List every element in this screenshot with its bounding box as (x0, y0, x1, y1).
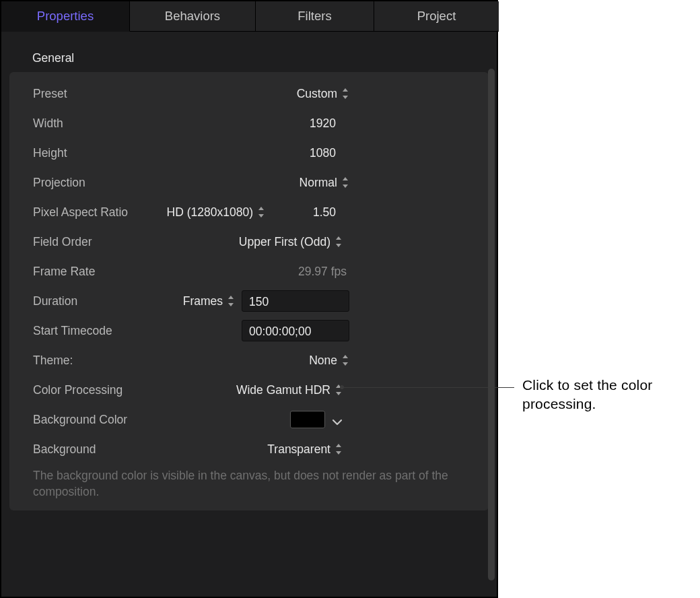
row-width: Width 1920 (16, 108, 482, 138)
group-body: Preset Custom Width 1920 (9, 72, 489, 510)
row-duration: Duration Frames 150 (16, 286, 482, 316)
up-down-arrows-icon (335, 236, 343, 248)
row-start-timecode: Start Timecode 00:00:00;00 (16, 316, 482, 345)
tab-project[interactable]: Project (374, 1, 499, 32)
row-height: Height 1080 (16, 138, 482, 168)
label-background: Background (33, 442, 154, 457)
label-par: Pixel Aspect Ratio (33, 205, 154, 220)
label-duration: Duration (33, 294, 154, 308)
tab-label: Properties (37, 9, 94, 24)
label-height: Height (33, 146, 154, 160)
label-frame-rate: Frame Rate (33, 265, 154, 279)
duration-input[interactable]: 150 (242, 290, 349, 312)
row-field-order: Field Order Upper First (Odd) (16, 227, 482, 257)
preset-popup[interactable]: Custom (297, 87, 349, 101)
tab-label: Filters (298, 9, 331, 24)
par-value: HD (1280x1080) (167, 205, 253, 220)
up-down-arrows-icon (341, 88, 349, 100)
row-projection: Projection Normal (16, 168, 482, 197)
field-order-popup[interactable]: Upper First (Odd) (239, 235, 343, 249)
background-hint: The background color is visible in the c… (16, 464, 477, 500)
background-popup[interactable]: Transparent (267, 442, 343, 457)
theme-value: None (309, 354, 337, 368)
up-down-arrows-icon (227, 295, 235, 307)
callout-line (342, 387, 514, 388)
row-color-processing: Color Processing Wide Gamut HDR (16, 375, 482, 405)
duration-unit: Frames (183, 294, 223, 308)
preset-value: Custom (297, 87, 337, 101)
color-processing-popup[interactable]: Wide Gamut HDR (236, 383, 343, 397)
projection-popup[interactable]: Normal (300, 176, 349, 190)
background-value: Transparent (267, 442, 330, 457)
general-group: General Preset Custom Width (9, 44, 489, 510)
tab-behaviors[interactable]: Behaviors (130, 1, 256, 32)
callout-text: Click to set the color processing. (522, 376, 684, 413)
label-bg-color: Background Color (33, 413, 154, 427)
par-numeric[interactable]: 1.50 (313, 205, 336, 220)
group-title: General (9, 44, 489, 72)
label-preset: Preset (33, 87, 154, 101)
label-start-timecode: Start Timecode (33, 324, 154, 338)
up-down-arrows-icon (341, 176, 349, 189)
field-order-value: Upper First (Odd) (239, 235, 330, 249)
duration-unit-popup[interactable]: Frames (183, 294, 235, 308)
inspector-tabs: Properties Behaviors Filters Project (1, 1, 497, 32)
projection-value: Normal (300, 176, 337, 190)
row-frame-rate: Frame Rate 29.97 fps (16, 257, 482, 286)
bg-color-well[interactable] (290, 411, 343, 428)
row-theme: Theme: None (16, 345, 482, 375)
label-theme: Theme: (33, 354, 154, 368)
start-timecode-input[interactable]: 00:00:00;00 (242, 320, 349, 341)
row-preset: Preset Custom (16, 79, 482, 108)
tab-label: Project (417, 9, 456, 24)
label-width: Width (33, 117, 154, 131)
tab-label: Behaviors (165, 9, 220, 24)
row-pixel-aspect-ratio: Pixel Aspect Ratio HD (1280x1080) 1.50 (16, 197, 482, 227)
height-value[interactable]: 1080 (310, 146, 336, 160)
scrollbar-thumb[interactable] (488, 69, 495, 580)
label-color-processing: Color Processing (33, 383, 154, 397)
color-swatch[interactable] (290, 411, 325, 428)
width-value[interactable]: 1920 (310, 117, 336, 131)
par-popup[interactable]: HD (1280x1080) (167, 205, 265, 220)
inspector-panel: Properties Behaviors Filters Project Gen… (0, 0, 498, 598)
frame-rate-value: 29.97 fps (298, 265, 347, 279)
tab-properties[interactable]: Properties (1, 1, 130, 32)
up-down-arrows-icon (335, 443, 343, 455)
tab-filters[interactable]: Filters (256, 1, 374, 32)
row-background: Background Transparent (16, 434, 482, 464)
row-background-color: Background Color (16, 405, 482, 434)
label-projection: Projection (33, 176, 154, 190)
label-field-order: Field Order (33, 235, 154, 249)
up-down-arrows-icon (341, 354, 349, 366)
up-down-arrows-icon (257, 206, 265, 218)
chevron-down-icon[interactable] (332, 416, 343, 424)
inspector-body: General Preset Custom Width (1, 32, 497, 597)
theme-popup[interactable]: None (309, 354, 349, 368)
color-processing-value: Wide Gamut HDR (236, 383, 330, 397)
